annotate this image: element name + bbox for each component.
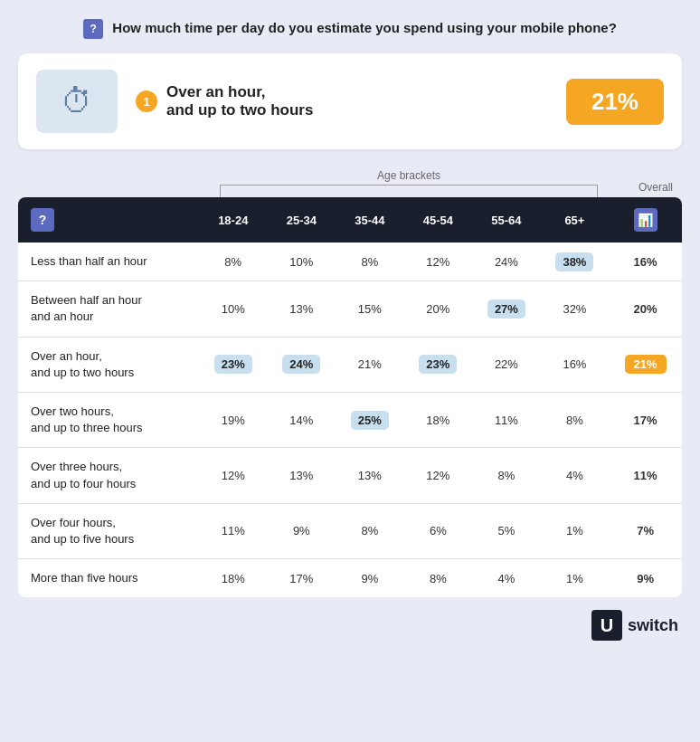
table-cell: 6%: [404, 503, 473, 558]
table-cell: 12%: [199, 448, 268, 503]
table-cell: 32%: [541, 281, 610, 337]
column-group-labels: Age brackets Overall: [18, 169, 682, 197]
table-cell: 8%: [541, 392, 610, 447]
table-row: Between half an hourand an hour10%13%15%…: [18, 281, 682, 337]
table-row: Over four hours,and up to five hours11%9…: [18, 503, 682, 558]
table-cell: 38%: [541, 243, 610, 281]
header-55-64: 55-64: [472, 197, 541, 243]
header-chart-icon: 📊: [634, 208, 657, 232]
table-cell: 11%: [199, 503, 268, 558]
table-cell: 16%: [609, 243, 682, 281]
row-label: Over an hour,and up to two hours: [18, 337, 199, 392]
brand-footer: U switch: [18, 610, 682, 641]
header-35-44: 35-44: [336, 197, 404, 243]
table-cell: 9%: [336, 559, 404, 598]
table-cell: 16%: [541, 337, 610, 392]
table-cell: 17%: [268, 559, 336, 598]
table-cell: 18%: [199, 559, 268, 598]
table-cell: 12%: [404, 448, 473, 503]
table-cell: 8%: [199, 243, 268, 281]
table-cell: 25%: [336, 392, 404, 447]
header-question-icon: ?: [31, 208, 54, 232]
table-cell: 17%: [609, 392, 682, 447]
table-cell: 13%: [268, 448, 336, 503]
table-cell: 20%: [404, 281, 473, 337]
table-cell: 9%: [268, 503, 336, 558]
highlight-rank: 1: [136, 90, 157, 112]
table-cell: 24%: [268, 337, 336, 392]
table-cell: 8%: [336, 243, 404, 281]
row-label: Over four hours,and up to five hours: [18, 503, 199, 558]
row-label: Over two hours,and up to three hours: [18, 392, 199, 447]
table-row: Over three hours,and up to four hours12%…: [18, 448, 682, 503]
table-row: Less than half an hour8%10%8%12%24%38%16…: [18, 243, 682, 281]
row-label: Less than half an hour: [18, 243, 199, 281]
highlight-label: Over an hour, and up to two hours: [166, 83, 548, 119]
table-cell: 22%: [472, 337, 541, 392]
row-label: Between half an hourand an hour: [18, 281, 199, 337]
table-cell: 8%: [472, 448, 541, 503]
table-cell: 24%: [472, 243, 541, 281]
highlight-icon-box: ⏱: [36, 70, 118, 133]
table-cell: 11%: [609, 448, 682, 503]
header-25-34: 25-34: [268, 197, 336, 243]
table-cell: 13%: [268, 281, 336, 337]
table-cell: 10%: [268, 243, 336, 281]
row-label: More than five hours: [18, 559, 199, 598]
table-cell: 13%: [336, 448, 404, 503]
age-brackets-label: Age brackets: [377, 169, 440, 182]
table-cell: 18%: [404, 392, 473, 447]
brand-logo: U switch: [591, 610, 678, 641]
brand-name: switch: [628, 616, 678, 635]
table-cell: 8%: [336, 503, 404, 558]
table-cell: 19%: [199, 392, 268, 447]
header-65plus: 65+: [541, 197, 610, 243]
table-cell: 27%: [472, 281, 541, 337]
brand-logo-letter: U: [591, 610, 622, 641]
table-cell: 1%: [541, 503, 610, 558]
table-header-row: ? 18-24 25-34 35-44 45-54 55-64 65+ 📊: [18, 197, 682, 243]
table-cell: 14%: [268, 392, 336, 447]
highlight-label-line1: Over an hour,: [166, 83, 266, 100]
table-cell: 1%: [541, 559, 610, 598]
table-cell: 8%: [404, 559, 473, 598]
table-row: More than five hours18%17%9%8%4%1%9%: [18, 559, 682, 598]
table-cell: 23%: [404, 337, 473, 392]
question-icon: ?: [83, 19, 103, 39]
age-brackets-group: Age brackets: [199, 169, 619, 197]
row-label: Over three hours,and up to four hours: [18, 448, 199, 503]
header-chart-icon-cell: 📊: [609, 197, 682, 243]
overall-col-label: Overall: [619, 181, 673, 197]
highlight-card: ⏱ 1 Over an hour, and up to two hours 21…: [18, 53, 682, 149]
table-cell: 12%: [404, 243, 473, 281]
highlight-percentage: 21%: [566, 79, 664, 125]
table-cell: 11%: [472, 392, 541, 447]
data-table: ? 18-24 25-34 35-44 45-54 55-64 65+ 📊 Le…: [18, 197, 682, 597]
question-text: How much time per day do you estimate yo…: [112, 20, 617, 35]
table-cell: 10%: [199, 281, 268, 337]
age-bracket-bar: [220, 185, 598, 197]
page-container: ? How much time per day do you estimate …: [18, 18, 682, 641]
table-cell: 9%: [609, 559, 682, 598]
table-cell: 7%: [609, 503, 682, 558]
table-cell: 21%: [336, 337, 404, 392]
header-45-54: 45-54: [404, 197, 473, 243]
table-cell: 4%: [541, 448, 610, 503]
table-cell: 23%: [199, 337, 268, 392]
header-18-24: 18-24: [199, 197, 268, 243]
table-cell: 21%: [609, 337, 682, 392]
question-title: ? How much time per day do you estimate …: [18, 18, 682, 39]
table-cell: 5%: [472, 503, 541, 558]
table-cell: 15%: [336, 281, 404, 337]
table-row: Over two hours,and up to three hours19%1…: [18, 392, 682, 447]
header-question-cell: ?: [18, 197, 199, 243]
table-row: Over an hour,and up to two hours23%24%21…: [18, 337, 682, 392]
highlight-label-line2: and up to two hours: [166, 101, 313, 119]
table-cell: 20%: [609, 281, 682, 337]
table-cell: 4%: [472, 559, 541, 598]
stopwatch-icon: ⏱: [61, 82, 93, 120]
